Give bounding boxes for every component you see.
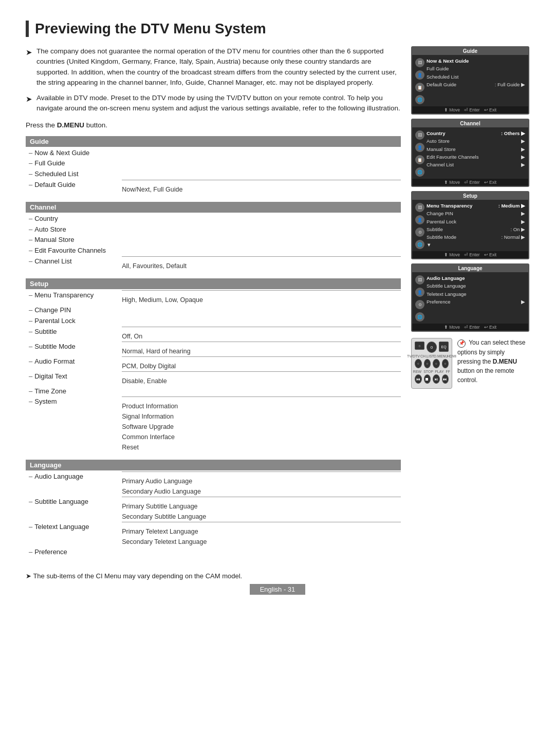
tv-footer-language: ⬆ Move ⏎ Enter ↩ Exit	[412, 324, 528, 331]
tv-screen-title-setup: Setup	[412, 192, 528, 200]
menu-row: – Preference	[26, 547, 401, 558]
tv-icon: 🌐	[415, 312, 424, 322]
remote-control: ○ 0 EQ TV/DTV CH.LIST D.MENU HDMI ○ ○ ○	[411, 338, 452, 389]
menu-items-channel: – Country – Auto Store – Manual Store – …	[26, 214, 401, 271]
tv-icon: 🌐	[415, 167, 424, 177]
remote-btn-dmenu: ○	[433, 359, 440, 368]
menu-row: – Parental Lock	[26, 316, 401, 327]
tv-menu-item: Change PIN▶	[427, 210, 525, 217]
menu-row: – Manual Store	[26, 235, 401, 245]
tv-icon: 🖼	[415, 130, 424, 140]
tv-icon: 👤	[415, 215, 424, 224]
remote-btn-row-3: ⏮ ⏹ ⏯ ⏭	[415, 374, 449, 384]
tv-menu-item: Channel List▶	[427, 161, 525, 168]
bullet-item-1: ➤ The company does not guarantee the nor…	[26, 46, 401, 88]
menu-section-channel: Channel – Country – Auto Store – Manual …	[26, 202, 401, 271]
menu-row: – Channel List All, Favourites, Default	[26, 256, 401, 271]
remote-note-button: D.MENU	[493, 358, 517, 365]
tv-menu-item: Subtitle Language	[427, 282, 525, 290]
tv-screen-channel: Channel 🖼 👤 📋 🌐 Country: Others ▶ Auto S…	[411, 119, 529, 187]
page-number: English - 31	[250, 584, 306, 595]
tv-menu-item: Audio Language	[427, 274, 525, 282]
note-icon: 📌	[457, 339, 466, 348]
tv-menu-item: Edit Favourite Channels▶	[427, 153, 525, 161]
remote-btn-circle: ○	[415, 342, 424, 350]
menu-header-guide: Guide	[26, 136, 401, 147]
tv-footer-setup: ⬆ Move ⏎ Enter ↩ Exit	[412, 251, 528, 258]
bullet-section: ➤ The company does not guarantee the nor…	[26, 46, 401, 114]
page-title: Previewing the DTV Menu System	[26, 21, 529, 37]
tv-menu-item: Default Guide : Full Guide ▶	[427, 81, 525, 88]
right-column: Guide 🖼 👤 📋 🌐 Now & Next Guide Full Guid…	[411, 46, 529, 565]
tv-screen-title-channel: Channel	[412, 120, 528, 127]
bullet-text-2: Available in DTV mode. Preset to the DTV…	[36, 93, 401, 114]
tv-menu-list: Country: Others ▶ Auto Store▶ Manual Sto…	[427, 129, 525, 177]
bullet-text-1: The company does not guarantee the norma…	[36, 46, 401, 88]
menu-row: – Country	[26, 214, 401, 224]
tv-menu-item: ▼	[427, 241, 525, 249]
remote-btn-eq: EQ	[439, 342, 449, 352]
tv-menu-item: Subtitle: On ▶	[427, 225, 525, 233]
tv-menu-item: Preference▶	[427, 298, 525, 306]
menu-section-setup: Setup – Menu Transparency High, Medium, …	[26, 278, 401, 452]
tv-icon-group: 🖼 👤 📋 🌐	[415, 129, 424, 177]
tv-screen-title-language: Language	[412, 264, 528, 272]
menu-row: – Scheduled List	[26, 169, 401, 180]
bullet-item-2: ➤ Available in DTV mode. Preset to the D…	[26, 93, 401, 114]
menu-row: – Full Guide	[26, 158, 401, 169]
tv-icon-group: 🖼 👤 📋 🌐	[415, 57, 424, 104]
tv-screen-body-setup: 🖼 👤 ⚙ 🌐 Menu Transparency: Medium ▶ Chan…	[412, 200, 528, 251]
menu-section-language: Language – Audio Language Primary Audio …	[26, 460, 401, 558]
tv-icon: 🖼	[415, 275, 424, 285]
bullet-arrow-2: ➤	[26, 93, 32, 114]
remote-btn-rew: ⏮	[415, 374, 422, 384]
tv-screen-language: Language 🖼 👤 ⚙ 🌐 Audio Language Subtitle…	[411, 263, 529, 332]
tv-screen-title-guide: Guide	[412, 47, 528, 55]
tv-menu-list: Audio Language Subtitle Language Teletex…	[427, 274, 525, 322]
footer-note: ➤ The sub-items of the CI Menu may vary …	[26, 572, 529, 580]
remote-btn-stop: ⏹	[424, 374, 431, 384]
menu-items-guide: – Now & Next Guide – Full Guide – Schedu…	[26, 148, 401, 195]
tv-menu-item: Teletext Language	[427, 290, 525, 298]
remote-btn-row-2: ○ ○ ○ ○	[415, 359, 449, 368]
menu-row: – Digital Text Disable, Enable	[26, 371, 401, 386]
tv-menu-list: Menu Transparency: Medium ▶ Change PIN▶ …	[427, 202, 525, 249]
tv-menu-item: Scheduled List	[427, 73, 525, 81]
tv-screen-body-channel: 🖼 👤 📋 🌐 Country: Others ▶ Auto Store▶ Ma…	[412, 127, 528, 179]
menu-header-language: Language	[26, 460, 401, 470]
tv-icon: 👤	[415, 143, 424, 152]
menu-header-channel: Channel	[26, 202, 401, 213]
tv-icon: 👤	[415, 70, 424, 80]
tv-icon: 📋	[415, 83, 424, 92]
tv-menu-list: Now & Next Guide Full Guide Scheduled Li…	[427, 57, 525, 104]
tv-icon: 🖼	[415, 58, 424, 67]
remote-btn-row: ○ 0 EQ	[415, 342, 449, 353]
tv-icon: 👤	[415, 288, 424, 297]
tv-menu-item: Manual Store▶	[427, 145, 525, 153]
remote-btn-chlist: ○	[424, 359, 431, 368]
remote-btn-0: 0	[427, 342, 437, 353]
tv-icon: 🖼	[415, 203, 424, 212]
tv-icon: 📋	[415, 155, 424, 164]
tv-menu-item: Country: Others ▶	[427, 129, 525, 137]
menu-row: – Auto Store	[26, 224, 401, 235]
menu-items-setup: – Menu Transparency High, Medium, Low, O…	[26, 290, 401, 452]
menu-section-guide: Guide – Now & Next Guide – Full Guide – …	[26, 136, 401, 195]
tv-icon-group: 🖼 👤 ⚙ 🌐	[415, 274, 424, 322]
menu-row: – Subtitle Off, On	[26, 327, 401, 342]
tv-screen-body-language: 🖼 👤 ⚙ 🌐 Audio Language Subtitle Language…	[412, 272, 528, 324]
menu-row: – Subtitle Language Primary Subtitle Lan…	[26, 497, 401, 522]
tv-menu-item: Parental Lock▶	[427, 218, 525, 225]
tv-icon: 🌐	[415, 95, 424, 104]
press-button-instruction: Press the D.MENU button.	[26, 121, 401, 129]
remote-btn-tvdtv: ○	[415, 359, 422, 368]
left-column: ➤ The company does not guarantee the nor…	[26, 46, 401, 565]
remote-side-note: 📌 You can select these options by simply…	[457, 338, 529, 385]
tv-icon-group: 🖼 👤 ⚙ 🌐	[415, 202, 424, 249]
menu-row: – Teletext Language Primary Teletext Lan…	[26, 522, 401, 547]
menu-row: – Now & Next Guide	[26, 148, 401, 159]
remote-btn-ff: ⏭	[442, 374, 449, 384]
remote-note-suffix: button on the remote control.	[457, 367, 514, 384]
tv-icon: ⚙	[415, 300, 424, 309]
menu-row: – Audio Format PCM, Dolby Digital	[26, 356, 401, 371]
